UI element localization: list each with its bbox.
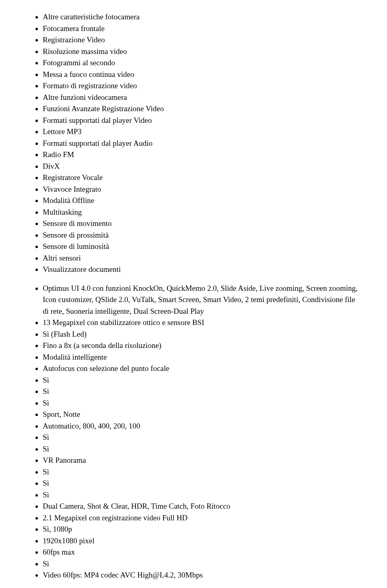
list-item: Sì (43, 432, 363, 443)
list-item: Sport, Notte (43, 409, 363, 420)
list-item: Sì (43, 489, 363, 501)
list-item: Altre funzioni videocamera (43, 92, 363, 104)
feature-labels-list: Altre caratteristiche fotocamera Fotocam… (24, 11, 363, 275)
list-item: Multitasking (43, 207, 363, 218)
list-item: 13 Megapixel con stabilizzatore ottico e… (43, 317, 363, 329)
list-item: Registrazione Video (43, 34, 363, 46)
list-item: 60fps max (43, 547, 363, 558)
list-item: Fino a 8x (a seconda della risoluzione) (43, 340, 363, 352)
list-item: 1920x1080 pixel (43, 535, 363, 547)
list-item: Fotogrammi al secondo (43, 57, 363, 69)
list-item: Sensore di movimento (43, 218, 363, 230)
list-item: Sì (43, 398, 363, 409)
list-item: Modalità intelligente (43, 352, 363, 363)
list-item: Messa a fuoco continua video (43, 69, 363, 81)
list-item: Dual Camera, Shot & Clear, HDR, Time Cat… (43, 501, 363, 512)
list-item: Sì (43, 375, 363, 386)
list-item: Optimus UI 4.0 con funzioni KnockOn, Qui… (43, 283, 363, 317)
list-item: Sì (Flash Led) (43, 329, 363, 340)
list-item: Formato di registrazione video (43, 80, 363, 92)
feature-values-list: Optimus UI 4.0 con funzioni KnockOn, Qui… (24, 283, 363, 581)
list-item: Radio FM (43, 149, 363, 161)
list-item: VR Panorama (43, 455, 363, 466)
list-item: Sì (43, 558, 363, 570)
list-item: Visualizzatore documenti (43, 264, 363, 275)
list-item: Sì (43, 443, 363, 455)
list-item: Video 60fps: MP4 codec AVC High@L4.2, 30… (43, 569, 363, 581)
list-item: Risoluzione massima video (43, 46, 363, 58)
list-item: Sensore di luminosità (43, 241, 363, 253)
list-item: Autofocus con selezione del punto focale (43, 363, 363, 375)
list-item: Lettore MP3 (43, 126, 363, 138)
list-item: Registratore Vocale (43, 172, 363, 184)
list-item: Modalità Offline (43, 195, 363, 207)
list-item: Sì (43, 466, 363, 478)
list-item: DivX (43, 161, 363, 172)
list-item: Sì (43, 478, 363, 489)
list-item: Formati supportati dal player Audio (43, 138, 363, 149)
list-item: Vivavoce Integrato (43, 184, 363, 195)
list-item: 2.1 Megapixel con registrazione video Fu… (43, 512, 363, 524)
list-item: Formati supportati dal player Video (43, 115, 363, 126)
list-item: Automatico, 800, 400, 200, 100 (43, 420, 363, 432)
list-item: Funzioni Avanzate Registrazione Video (43, 103, 363, 115)
list-item: Sì (43, 386, 363, 398)
list-item: Altri sensori (43, 253, 363, 264)
list-item: Sì, 1080p (43, 524, 363, 535)
list-item: Altre caratteristiche fotocamera (43, 11, 363, 23)
list-item: Fotocamera frontale (43, 23, 363, 35)
list-item: Sensore di prossimità (43, 230, 363, 241)
